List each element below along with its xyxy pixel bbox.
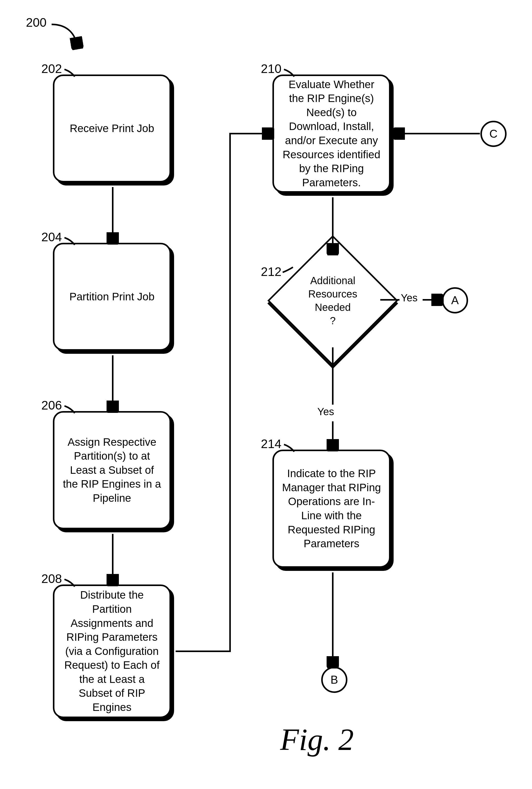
ref-200: 200	[26, 15, 46, 30]
step-receive-print-job: Receive Print Job	[53, 74, 171, 182]
step-text: Assign Respective Partition(s) to at Lea…	[62, 435, 162, 506]
edge-label-yes-right: Yes	[401, 292, 417, 304]
edge-label-yes-down: Yes	[317, 406, 334, 418]
connector-c: C	[480, 121, 507, 147]
ref-208: 208	[41, 572, 62, 586]
connector-label: B	[330, 673, 338, 686]
step-text: Evaluate Whether the RIP Engine(s) Need(…	[281, 78, 382, 190]
ref-204: 204	[41, 230, 62, 244]
step-indicate-rip-manager: Indicate to the RIP Manager that RIPing …	[272, 449, 391, 568]
connector-a: A	[442, 287, 468, 313]
step-partition-print-job: Partition Print Job	[53, 243, 171, 351]
step-text: Partition Print Job	[69, 290, 155, 304]
ref-202: 202	[41, 62, 62, 76]
ref-212: 212	[261, 264, 281, 279]
step-distribute-assignments: Distribute the Partition Assignments and…	[53, 585, 171, 718]
step-evaluate-resources: Evaluate Whether the RIP Engine(s) Need(…	[272, 74, 391, 193]
flowchart-canvas: 200 202 Receive Print Job 204 Partition …	[11, 10, 521, 778]
ref-210: 210	[261, 62, 281, 76]
step-text: Indicate to the RIP Manager that RIPing …	[281, 466, 382, 551]
connector-b: B	[321, 667, 347, 693]
connector-label: C	[489, 127, 498, 140]
figure-caption: Fig. 2	[280, 722, 354, 757]
connector-label: A	[451, 294, 459, 307]
decision-text: Additional Resources Needed ?	[287, 254, 379, 347]
step-text: Distribute the Partition Assignments and…	[62, 588, 162, 714]
step-text: Receive Print Job	[70, 122, 154, 136]
ref-206: 206	[41, 398, 62, 412]
step-assign-partitions: Assign Respective Partition(s) to at Lea…	[53, 411, 171, 529]
ref-214: 214	[261, 437, 281, 451]
decision-additional-resources: Additional Resources Needed ?	[287, 254, 379, 347]
